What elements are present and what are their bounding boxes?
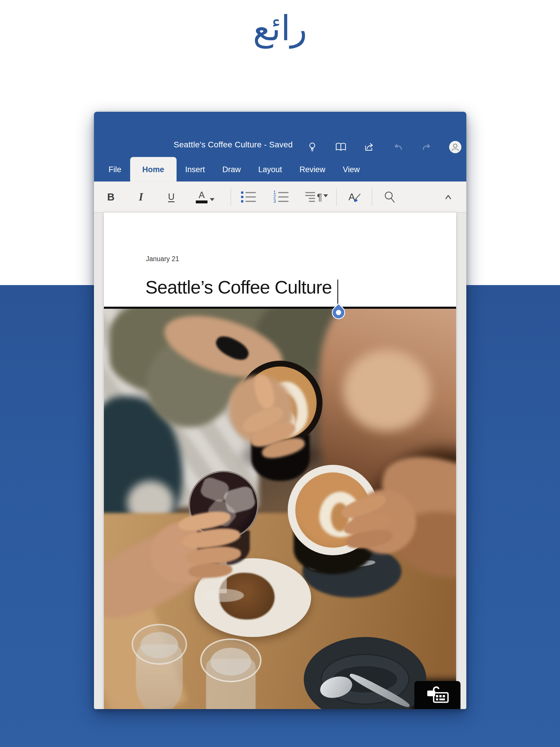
- font-color-button[interactable]: A: [195, 190, 215, 203]
- font-color-swatch: [196, 201, 207, 203]
- tab-home[interactable]: Home: [130, 157, 177, 181]
- tab-draw[interactable]: Draw: [213, 157, 250, 181]
- word-app-window: Seattle's Coffee Culture - Saved: [94, 112, 466, 709]
- numbered-line: [278, 201, 288, 202]
- chevron-down-icon: [210, 198, 214, 201]
- document-title-saved-status: Seattle's Coffee Culture - Saved: [174, 140, 293, 149]
- italic-button[interactable]: I: [135, 190, 147, 203]
- formatting-toolbar: B I U A 1 2 3: [94, 181, 466, 212]
- keyboard-unlock-icon: [425, 686, 450, 704]
- keyboard-dock-button[interactable]: [414, 681, 460, 709]
- indent-line: [309, 198, 315, 199]
- document-page[interactable]: January 21 Seattle’s Coffee Culture: [104, 212, 456, 709]
- search-icon[interactable]: [382, 190, 398, 204]
- list-number: 2: [273, 196, 276, 198]
- numbered-row: 1: [273, 191, 289, 194]
- numbered-line: [278, 192, 288, 193]
- ribbon-tab-bar: File Home Insert Draw Layout Review View: [94, 157, 466, 181]
- lightbulb-icon[interactable]: [306, 140, 319, 153]
- tab-insert[interactable]: Insert: [177, 157, 214, 181]
- share-icon[interactable]: [363, 140, 376, 153]
- text-cursor: [337, 280, 338, 305]
- bullet-dot-icon: [241, 191, 244, 194]
- bullet-dot-icon: [241, 196, 244, 198]
- bullet-line: [246, 197, 256, 198]
- numbered-row: 3: [273, 200, 289, 203]
- account-icon[interactable]: [449, 140, 462, 153]
- undo-icon[interactable]: [391, 140, 404, 153]
- bullet-row: [241, 200, 257, 203]
- indent-line: [305, 195, 315, 196]
- toolbar-divider: [231, 188, 231, 206]
- tab-file[interactable]: File: [100, 157, 130, 181]
- indent-line: [309, 201, 315, 202]
- marketing-headline: رائع: [0, 8, 560, 48]
- brush-icon: [353, 194, 362, 203]
- read-mode-icon[interactable]: [334, 140, 347, 153]
- tab-view[interactable]: View: [334, 157, 368, 181]
- titlebar: Seattle's Coffee Culture - Saved: [94, 112, 466, 157]
- bullet-row: [241, 191, 257, 194]
- bullet-list-button[interactable]: [241, 191, 257, 203]
- font-color-glyph: A: [196, 190, 207, 203]
- photo-art: [104, 309, 456, 709]
- bold-button[interactable]: B: [105, 191, 117, 203]
- tab-review[interactable]: Review: [291, 157, 334, 181]
- underline-button[interactable]: U: [165, 192, 177, 202]
- indent-paragraph-button[interactable]: ¶: [305, 192, 328, 202]
- list-number: 3: [273, 200, 276, 203]
- collapse-ribbon-chevron-icon[interactable]: [442, 192, 455, 201]
- pilcrow-icon: ¶: [317, 192, 322, 202]
- document-scroll-area[interactable]: January 21 Seattle’s Coffee Culture: [94, 212, 466, 709]
- document-heading[interactable]: Seattle’s Coffee Culture: [145, 277, 332, 298]
- numbered-row: 2: [273, 196, 289, 198]
- redo-icon[interactable]: [420, 140, 433, 153]
- screenshot-canvas: رائع Seattle's Coffee Culture - Saved: [0, 0, 560, 747]
- bullet-row: [241, 196, 257, 198]
- bullet-line: [246, 201, 256, 202]
- photo-vignette: [104, 309, 456, 709]
- indent-lines-icon: [305, 192, 315, 202]
- chevron-down-icon: [323, 194, 328, 197]
- bullet-dot-icon: [241, 200, 244, 203]
- indent-line: [305, 192, 315, 193]
- text-effects-button[interactable]: A: [347, 190, 364, 203]
- numbered-list-button[interactable]: 1 2 3: [273, 191, 289, 203]
- list-number: 1: [273, 191, 276, 194]
- document-photo[interactable]: [104, 307, 456, 709]
- document-date-line[interactable]: January 21: [146, 255, 179, 263]
- toolbar-divider: [372, 188, 372, 206]
- toolbar-divider: [336, 188, 337, 206]
- bullet-line: [246, 192, 256, 193]
- numbered-line: [278, 197, 288, 198]
- tab-layout[interactable]: Layout: [250, 157, 291, 181]
- titlebar-actions: [306, 140, 462, 153]
